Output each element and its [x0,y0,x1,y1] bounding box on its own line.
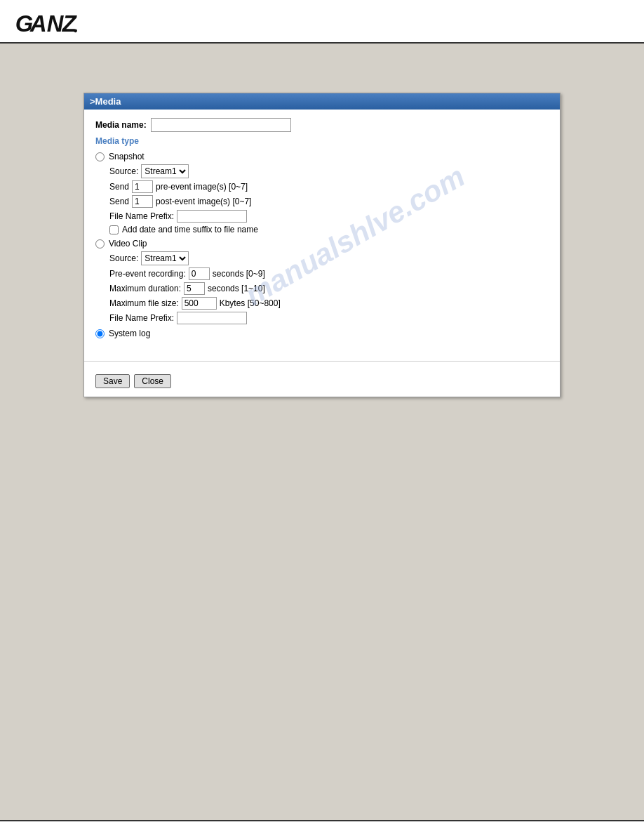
snapshot-send1-input[interactable] [132,180,153,193]
snapshot-settings: Source: Stream1 Stream2 Send pre-event i… [109,164,549,234]
snapshot-source-label: Source: [109,166,138,176]
videoclip-pre-event-label: Pre-event recording: [109,269,186,279]
videoclip-radio[interactable] [95,239,105,249]
snapshot-send-post-row: Send post-event image(s) [0~7] [109,195,549,208]
svg-text:A: A [29,11,46,37]
media-panel: >Media Media name: Media type Snapshot [83,93,561,397]
systemlog-radio-row: System log [95,329,549,338]
snapshot-add-date-row: Add date and time suffix to file name [109,225,549,234]
snapshot-prefix-label: File Name Prefix: [109,211,174,221]
logo: G A N Z [14,8,630,37]
button-row: Save Close [84,369,560,397]
videoclip-prefix-row: File Name Prefix: [109,312,549,324]
snapshot-section: Snapshot Source: Stream1 Stream2 [95,152,549,234]
videoclip-pre-event-input[interactable] [189,267,210,280]
snapshot-prefix-row: File Name Prefix: [109,210,549,223]
videoclip-radio-row: Video Clip [95,239,549,249]
content-wrapper: manualshlve.com >Media Media name: Media… [21,72,623,439]
videoclip-source-label: Source: [109,253,138,263]
videoclip-max-file-size-text: Kbytes [50~800] [220,298,281,308]
snapshot-send1-text: pre-event image(s) [0~7] [156,182,248,192]
svg-point-4 [74,29,77,32]
media-name-label: Media name: [95,120,147,130]
snapshot-radio[interactable] [95,152,105,161]
videoclip-max-duration-label: Maximum duration: [109,284,181,293]
videoclip-max-file-size-row: Maximum file size: Kbytes [50~800] [109,297,549,310]
snapshot-prefix-input[interactable] [177,210,247,223]
videoclip-max-duration-text: seconds [1~10] [208,284,265,293]
media-type-label: Media type [95,136,549,146]
videoclip-section: Video Clip Source: Stream1 Stream2 [95,239,549,324]
videoclip-source-select[interactable]: Stream1 Stream2 [141,251,189,265]
snapshot-radio-row: Snapshot [95,152,549,161]
videoclip-max-file-size-input[interactable] [182,297,217,310]
snapshot-add-date-checkbox[interactable] [109,225,119,234]
systemlog-label[interactable]: System log [109,329,150,338]
videoclip-max-duration-input[interactable] [184,282,205,295]
snapshot-send-pre-row: Send pre-event image(s) [0~7] [109,180,549,193]
close-button[interactable]: Close [134,374,171,388]
videoclip-pre-event-text: seconds [0~9] [213,269,265,279]
divider [84,361,560,362]
panel-title: >Media [90,96,121,107]
videoclip-label[interactable]: Video Clip [109,239,147,249]
videoclip-settings: Source: Stream1 Stream2 Pre-event record… [109,251,549,324]
systemlog-section: System log [95,329,549,338]
videoclip-max-duration-row: Maximum duration: seconds [1~10] [109,282,549,295]
panel-title-bar: >Media [84,93,560,110]
snapshot-send2-input[interactable] [132,195,153,208]
snapshot-source-row: Source: Stream1 Stream2 [109,164,549,178]
videoclip-source-row: Source: Stream1 Stream2 [109,251,549,265]
systemlog-radio[interactable] [95,329,105,338]
svg-text:N: N [47,11,65,37]
snapshot-add-date-label[interactable]: Add date and time suffix to file name [122,225,258,234]
snapshot-send1-label: Send [109,182,129,192]
main-content: manualshlve.com >Media Media name: Media… [0,44,644,820]
ganz-logo: G A N Z [14,8,77,37]
videoclip-prefix-label: File Name Prefix: [109,313,174,323]
snapshot-label[interactable]: Snapshot [109,152,145,161]
save-button[interactable]: Save [95,374,130,388]
footer [0,820,644,834]
media-name-row: Media name: [95,118,549,132]
snapshot-source-select[interactable]: Stream1 Stream2 [141,164,189,178]
videoclip-max-file-size-label: Maximum file size: [109,298,179,308]
media-name-input[interactable] [151,118,291,132]
snapshot-send2-text: post-event image(s) [0~7] [156,197,251,206]
header: G A N Z [0,0,644,44]
videoclip-pre-event-row: Pre-event recording: seconds [0~9] [109,267,549,280]
panel-body: Media name: Media type Snapshot Source: [84,110,560,354]
videoclip-prefix-input[interactable] [177,312,247,324]
snapshot-send2-label: Send [109,197,129,206]
